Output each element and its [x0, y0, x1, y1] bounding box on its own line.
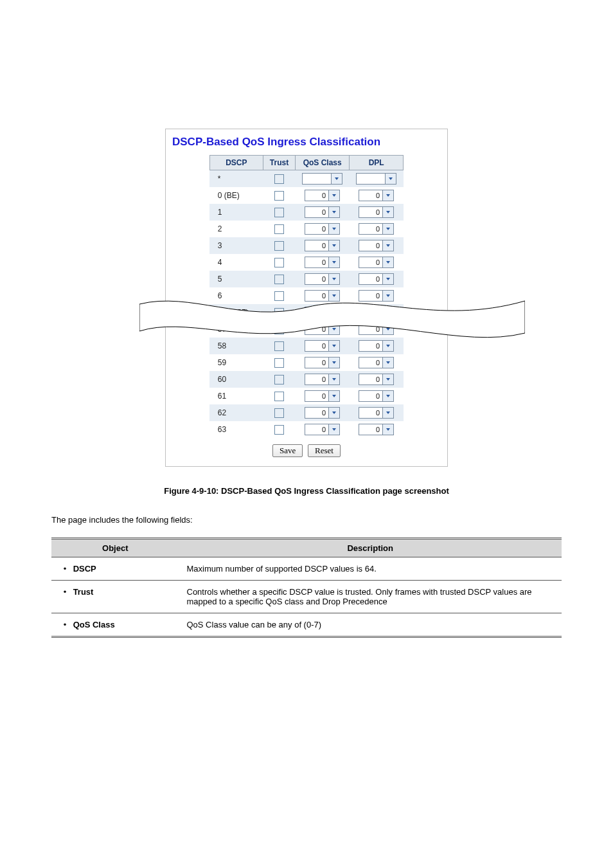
trust-cell [263, 404, 295, 421]
table-row: 400 [209, 254, 403, 271]
chevron-down-icon [383, 407, 394, 419]
qos-cell: 0 [296, 321, 350, 338]
reset-button[interactable]: Reset [308, 444, 341, 457]
trust-checkbox[interactable] [274, 325, 284, 334]
value-select[interactable]: 0 [305, 290, 340, 302]
trust-checkbox[interactable] [274, 408, 284, 418]
select-value: 0 [359, 223, 383, 235]
value-select[interactable]: 0 [359, 223, 394, 235]
select-value: 0 [305, 340, 329, 352]
select-value: 0 [359, 407, 383, 419]
select-value: 0 [359, 273, 383, 285]
chevron-down-icon [383, 190, 394, 201]
trust-checkbox[interactable] [274, 224, 284, 234]
value-select[interactable]: 0 [305, 190, 340, 201]
value-select[interactable]: 0 [305, 223, 340, 235]
value-select[interactable]: 0 [305, 257, 340, 268]
value-select[interactable]: 0 [359, 240, 394, 251]
value-select[interactable]: 0 [305, 340, 340, 352]
all-select[interactable] [302, 173, 342, 185]
value-select[interactable]: 0 [359, 273, 394, 285]
value-select[interactable]: 0 [359, 257, 394, 268]
value-select[interactable]: 0 [305, 374, 340, 385]
trust-checkbox[interactable] [274, 392, 284, 401]
value-select[interactable]: 0 [359, 407, 394, 419]
dpl-cell: 0 [350, 421, 404, 438]
table-row: 100 [209, 204, 403, 221]
chevron-down-icon [383, 323, 394, 335]
trust-checkbox[interactable] [274, 191, 284, 201]
qos-cell: 0 [296, 187, 350, 204]
chevron-down-icon [329, 407, 340, 419]
table-row: 0 (BE)00 [209, 187, 403, 204]
trust-cell [263, 254, 295, 271]
description-table: Object Description • DSCPMaximum number … [51, 538, 562, 638]
dscp-cell: 5 [209, 271, 263, 287]
value-select[interactable]: 0 [359, 357, 394, 368]
save-button[interactable]: Save [272, 444, 303, 457]
value-select[interactable]: 0 [359, 374, 394, 385]
dpl-cell: 0 [350, 237, 404, 254]
all-select[interactable] [356, 173, 396, 185]
header-dscp: DSCP [209, 156, 263, 170]
desc-row: • DSCPMaximum number of supported DSCP v… [51, 557, 562, 581]
value-select[interactable]: 0 [305, 307, 340, 318]
value-select[interactable]: 0 [359, 307, 394, 318]
figure-caption: Figure 4-9-10: DSCP-Based QoS Ingress Cl… [26, 486, 587, 496]
table-row: 200 [209, 221, 403, 237]
select-value: 0 [305, 323, 329, 335]
value-select[interactable]: 0 [305, 407, 340, 419]
select-value: 0 [305, 190, 329, 201]
value-select[interactable]: 0 [305, 390, 340, 402]
header-qos: QoS Class [296, 156, 350, 170]
table-row: 5700 [209, 321, 403, 338]
select-value: 0 [305, 257, 329, 268]
value-select[interactable]: 0 [359, 340, 394, 352]
trust-cell [263, 338, 295, 354]
header-trust: Trust [263, 156, 295, 170]
trust-cell [263, 187, 295, 204]
select-value: 0 [305, 374, 329, 385]
dpl-cell: 0 [350, 354, 404, 371]
value-select[interactable]: 0 [359, 190, 394, 201]
value-select[interactable]: 0 [305, 424, 340, 435]
desc-text-cell: Maximum number of supported DSCP values … [179, 557, 562, 581]
trust-checkbox[interactable] [274, 375, 284, 384]
value-select[interactable]: 0 [359, 323, 394, 335]
dpl-cell: 0 [350, 187, 404, 204]
table-row: 5900 [209, 354, 403, 371]
value-select[interactable]: 0 [305, 357, 340, 368]
trust-checkbox[interactable] [274, 208, 284, 217]
value-select[interactable]: 0 [305, 206, 340, 218]
trust-checkbox[interactable] [274, 174, 284, 184]
trust-checkbox[interactable] [274, 358, 284, 368]
trust-checkbox[interactable] [274, 341, 284, 351]
trust-checkbox[interactable] [274, 308, 284, 318]
value-select[interactable]: 0 [359, 424, 394, 435]
value-select[interactable]: 0 [305, 323, 340, 335]
trust-checkbox[interactable] [274, 241, 284, 251]
chevron-down-icon [386, 173, 396, 185]
value-select[interactable]: 0 [305, 273, 340, 285]
select-value: 0 [305, 206, 329, 218]
trust-checkbox[interactable] [274, 258, 284, 267]
chevron-down-icon [329, 390, 340, 402]
dscp-cell: 1 [209, 204, 263, 221]
value-select[interactable]: 0 [359, 390, 394, 402]
trust-cell [263, 321, 295, 338]
chevron-down-icon [329, 223, 340, 235]
dpl-cell: 0 [350, 321, 404, 338]
value-select[interactable]: 0 [359, 206, 394, 218]
desc-row: • TrustControls whether a specific DSCP … [51, 581, 562, 613]
trust-cell [263, 170, 295, 188]
dpl-cell: 0 [350, 221, 404, 237]
trust-checkbox[interactable] [274, 275, 284, 284]
qos-cell: 0 [296, 338, 350, 354]
trust-checkbox[interactable] [274, 291, 284, 301]
value-select[interactable]: 0 [305, 240, 340, 251]
select-value: 0 [359, 206, 383, 218]
trust-checkbox[interactable] [274, 425, 284, 435]
chevron-down-icon [383, 206, 394, 218]
select-value: 0 [359, 257, 383, 268]
value-select[interactable]: 0 [359, 290, 394, 302]
